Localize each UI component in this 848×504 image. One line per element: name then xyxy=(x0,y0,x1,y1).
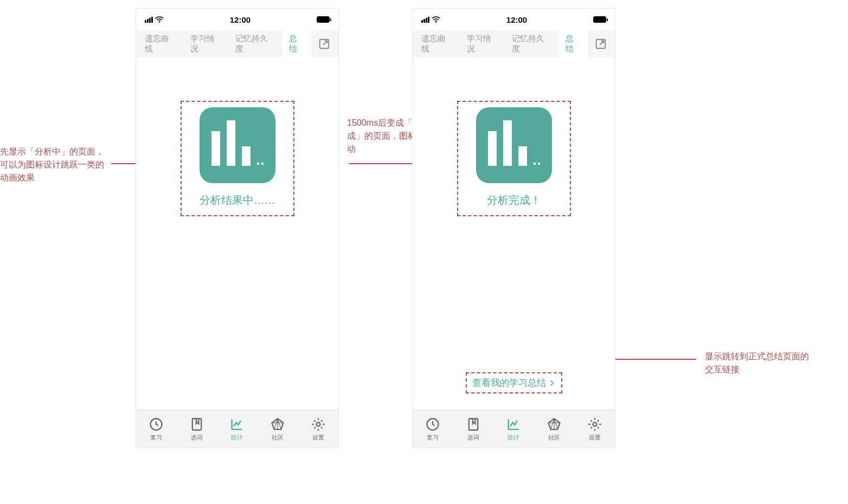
svg-point-0 xyxy=(159,22,160,23)
top-tabs: 遗忘曲线 学习情况 记忆持久度 总结 xyxy=(136,30,338,57)
status-right xyxy=(317,16,330,23)
nav-community-label: 社区 xyxy=(272,434,284,442)
tab-study-status[interactable]: 学习情况 xyxy=(460,30,506,57)
status-bar: 12:00 xyxy=(136,9,338,30)
nav-community[interactable]: 社区 xyxy=(258,410,298,448)
bookmark-icon xyxy=(189,417,204,432)
nav-words[interactable]: 选词 xyxy=(177,410,217,448)
battery-icon xyxy=(317,16,330,23)
nav-settings-label: 设置 xyxy=(312,434,324,442)
nav-review[interactable]: 复习 xyxy=(413,410,453,448)
status-right xyxy=(593,16,606,23)
clock-icon xyxy=(425,417,440,432)
nav-community[interactable]: 社区 xyxy=(534,410,575,448)
svg-point-5 xyxy=(435,22,436,23)
analysis-box: 分析完成！ xyxy=(457,101,571,216)
nav-stats-label: 统计 xyxy=(507,434,519,442)
status-time: 12:00 xyxy=(230,15,250,24)
bottom-nav: 复习 选词 统计 社区 设置 xyxy=(136,410,338,448)
nav-settings-label: 设置 xyxy=(589,434,601,442)
pentagon-icon xyxy=(270,417,285,432)
screen-body: 分析完成！ 查看我的学习总结 xyxy=(413,57,615,410)
tab-memory-duration[interactable]: 记忆持久度 xyxy=(505,30,558,57)
tab-summary[interactable]: 总结 xyxy=(282,30,312,57)
nav-review[interactable]: 复习 xyxy=(136,410,177,448)
annotation-analyzing: 先显示「分析中」的页面，可以为图标设计跳跃一类的动画效果 xyxy=(0,145,108,184)
status-left xyxy=(421,16,440,23)
nav-stats-label: 统计 xyxy=(231,434,243,442)
signal-icon xyxy=(421,17,429,23)
bottom-nav: 复习 选词 统计 社区 设置 xyxy=(413,410,615,448)
view-summary-highlight: 查看我的学习总结 xyxy=(466,372,562,393)
bar-chart-icon xyxy=(476,107,552,183)
top-tabs: 遗忘曲线 学习情况 记忆持久度 总结 xyxy=(413,30,615,57)
line-chart-icon xyxy=(229,417,245,432)
wifi-icon xyxy=(432,16,440,23)
tab-forgetting-curve[interactable]: 遗忘曲线 xyxy=(415,30,460,57)
phone-screen-analyzing: 12:00 遗忘曲线 学习情况 记忆持久度 总结 分析结果中…… 复习 选词 xyxy=(136,8,339,448)
analysis-status-text: 分析结果中…… xyxy=(192,193,282,208)
nav-words-label: 选词 xyxy=(191,434,203,442)
nav-settings[interactable]: 设置 xyxy=(298,410,338,448)
nav-review-label: 复习 xyxy=(427,434,439,442)
pentagon-icon xyxy=(547,417,562,432)
chevron-right-icon xyxy=(548,379,556,387)
clock-icon xyxy=(149,417,164,432)
annotation-view-summary-link: 显示跳转到正式总结页面的交互链接 xyxy=(705,350,813,376)
share-button[interactable] xyxy=(312,32,336,56)
share-icon xyxy=(318,38,330,50)
share-icon xyxy=(595,38,607,50)
wifi-icon xyxy=(155,16,164,23)
analysis-box: 分析结果中…… xyxy=(181,101,294,216)
status-bar: 12:00 xyxy=(413,9,615,30)
nav-review-label: 复习 xyxy=(150,434,162,442)
nav-words[interactable]: 选词 xyxy=(453,410,494,448)
phone-screen-done: 12:00 遗忘曲线 学习情况 记忆持久度 总结 分析完成！ 查看我的学习总结 xyxy=(412,8,615,448)
nav-community-label: 社区 xyxy=(548,434,560,442)
screen-body: 分析结果中…… xyxy=(136,57,338,410)
signal-icon xyxy=(145,17,153,23)
nav-settings[interactable]: 设置 xyxy=(574,410,615,448)
line-chart-icon xyxy=(506,417,521,432)
status-time: 12:00 xyxy=(506,15,527,24)
svg-point-9 xyxy=(593,422,596,426)
gear-icon xyxy=(311,417,326,432)
nav-words-label: 选词 xyxy=(467,434,479,442)
tab-summary[interactable]: 总结 xyxy=(559,30,588,57)
nav-stats[interactable]: 统计 xyxy=(493,410,534,448)
tab-forgetting-curve[interactable]: 遗忘曲线 xyxy=(138,30,184,57)
bookmark-icon xyxy=(466,417,481,432)
analysis-status-text: 分析完成！ xyxy=(469,193,559,208)
tab-memory-duration[interactable]: 记忆持久度 xyxy=(229,30,282,57)
svg-point-4 xyxy=(316,422,320,426)
tab-study-status[interactable]: 学习情况 xyxy=(184,30,229,57)
bar-chart-icon xyxy=(200,107,275,183)
share-button[interactable] xyxy=(589,32,613,56)
view-summary-link[interactable]: 查看我的学习总结 xyxy=(472,377,556,389)
view-summary-label: 查看我的学习总结 xyxy=(472,377,546,389)
battery-icon xyxy=(593,16,606,23)
gear-icon xyxy=(587,417,602,432)
status-left xyxy=(145,16,164,23)
nav-stats[interactable]: 统计 xyxy=(217,410,258,448)
